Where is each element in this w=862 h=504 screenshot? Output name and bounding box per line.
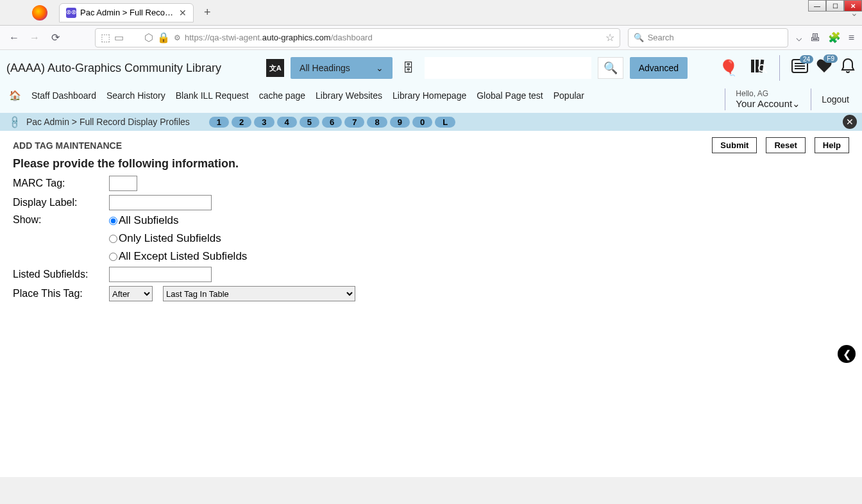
divider — [725, 88, 725, 110]
profile-pills: 1 2 3 4 5 6 7 8 9 0 L — [209, 117, 455, 128]
radio-all-subfields[interactable]: All Subfields — [109, 214, 247, 227]
balloon-icon[interactable]: 🎈 — [719, 59, 738, 77]
account-greeting: Hello, AG — [736, 89, 800, 98]
nav-popular[interactable]: Popular — [554, 90, 584, 101]
database-icon[interactable]: 🗄 — [399, 62, 418, 75]
label-display-label: Display Label: — [13, 197, 109, 208]
form-area: ADD TAG MAINTENANCE Submit Reset Help Pl… — [0, 131, 862, 477]
bookmark-outline-icon[interactable]: ⬚ — [101, 31, 110, 44]
firefox-logo-icon — [32, 5, 47, 21]
label-marc-tag: MARC Tag: — [13, 178, 109, 189]
nav-library-websites[interactable]: Library Websites — [316, 90, 382, 101]
new-tab-button[interactable]: + — [199, 6, 216, 19]
svg-rect-0 — [751, 60, 754, 72]
close-panel-icon[interactable]: ✕ — [843, 115, 857, 129]
nav-row: 🏠 Staff Dashboard Search History Blank I… — [0, 86, 712, 108]
submit-button[interactable]: Submit — [712, 137, 757, 153]
place-position-select[interactable]: After — [109, 286, 153, 301]
headings-label: All Headings — [300, 63, 350, 73]
svg-line-4 — [765, 71, 767, 73]
breadcrumb[interactable]: Pac Admin > Full Record Display Profiles — [26, 117, 190, 127]
favorites-button[interactable]: F9 — [816, 58, 832, 78]
extensions-icon[interactable]: 🧩 — [828, 31, 841, 44]
logout-link[interactable]: Logout — [822, 94, 849, 105]
window-maximize[interactable]: ☐ — [826, 0, 844, 12]
main-search-input[interactable] — [425, 57, 591, 79]
form-subtitle: Please provide the following information… — [13, 157, 849, 171]
collapse-panel-icon[interactable]: ❮ — [838, 345, 856, 363]
url-bar[interactable]: ⬚ ▭ ⬡ 🔒 ⚙ https://qa-stwi-agent.auto-gra… — [95, 28, 620, 47]
favorites-badge: F9 — [824, 55, 838, 63]
pill-l[interactable]: L — [435, 117, 455, 128]
reset-button[interactable]: Reset — [766, 137, 805, 153]
pocket-icon[interactable]: ⌵ — [796, 31, 802, 44]
advanced-search-button[interactable]: Advanced — [630, 57, 688, 79]
browser-tab-bar: ⦿⦿ Pac Admin > Full Record Displa ✕ + ⌄ — [0, 0, 862, 26]
shield-icon[interactable]: ⬡ — [144, 31, 153, 44]
tab-favicon-icon: ⦿⦿ — [66, 8, 76, 18]
listed-subfields-input[interactable] — [109, 267, 212, 282]
books-search-icon[interactable] — [750, 57, 768, 79]
nav-blank-ill[interactable]: Blank ILL Request — [176, 90, 249, 101]
search-button[interactable]: 🔍 — [598, 57, 623, 79]
app-header: (AAAA) Auto-Graphics Community Library 文… — [0, 50, 862, 86]
pill-2[interactable]: 2 — [232, 117, 251, 128]
bell-icon[interactable] — [840, 58, 856, 78]
permissions-icon[interactable]: ⚙ — [174, 33, 181, 42]
container-icon[interactable]: ▭ — [114, 31, 124, 44]
search-placeholder: Search — [648, 33, 674, 42]
pill-3[interactable]: 3 — [254, 117, 274, 128]
divider — [779, 55, 780, 81]
label-place-tag: Place This Tag: — [13, 288, 109, 299]
window-minimize[interactable]: — — [808, 0, 826, 12]
radio-only-listed[interactable]: Only Listed Subfields — [109, 232, 247, 245]
marc-tag-input[interactable] — [109, 176, 137, 191]
browser-search[interactable]: 🔍 Search — [628, 28, 788, 47]
place-target-select[interactable]: Last Tag In Table — [163, 286, 355, 301]
pill-5[interactable]: 5 — [300, 117, 319, 128]
label-show: Show: — [13, 214, 109, 226]
window-close[interactable]: ✕ — [844, 0, 862, 12]
url-text: https://qa-stwi-agent.auto-graphics.com/… — [185, 33, 602, 42]
star-icon[interactable]: ☆ — [605, 31, 614, 44]
reload-button[interactable]: ⟳ — [49, 31, 62, 44]
browser-toolbar: ← → ⟳ ⬚ ▭ ⬡ 🔒 ⚙ https://qa-stwi-agent.au… — [0, 26, 862, 50]
org-name: (AAAA) Auto-Graphics Community Library — [6, 62, 221, 75]
account-link[interactable]: Your Account⌄ — [736, 98, 800, 110]
pill-1[interactable]: 1 — [209, 117, 229, 128]
lock-icon[interactable]: 🔒 — [157, 31, 170, 44]
link-icon: 🔗 — [7, 114, 22, 129]
form-title: ADD TAG MAINTENANCE — [13, 140, 122, 151]
pill-6[interactable]: 6 — [322, 117, 342, 128]
svg-rect-1 — [756, 60, 759, 72]
help-button[interactable]: Help — [815, 137, 849, 153]
home-icon[interactable]: 🏠 — [9, 90, 21, 101]
pill-8[interactable]: 8 — [367, 117, 387, 128]
tab-close-icon[interactable]: ✕ — [179, 8, 187, 18]
tab-title: Pac Admin > Full Record Displa — [80, 8, 175, 17]
pill-0[interactable]: 0 — [412, 117, 432, 128]
lists-badge: 24 — [800, 55, 813, 63]
pill-9[interactable]: 9 — [390, 117, 410, 128]
back-button[interactable]: ← — [8, 31, 21, 44]
browser-tab[interactable]: ⦿⦿ Pac Admin > Full Record Displa ✕ — [59, 3, 194, 22]
breadcrumb-row: 🔗 Pac Admin > Full Record Display Profil… — [0, 113, 862, 131]
label-listed-subfields: Listed Subfields: — [13, 269, 109, 280]
radio-all-except[interactable]: All Except Listed Subfields — [109, 250, 247, 263]
lists-button[interactable]: 24 — [791, 59, 808, 77]
display-label-input[interactable] — [109, 195, 212, 210]
nav-staff-dashboard[interactable]: Staff Dashboard — [31, 90, 96, 101]
pill-7[interactable]: 7 — [344, 117, 364, 128]
pill-4[interactable]: 4 — [277, 117, 297, 128]
nav-search-history[interactable]: Search History — [106, 90, 165, 101]
account-block[interactable]: Hello, AG Your Account⌄ — [736, 89, 800, 110]
language-icon[interactable]: 文A — [266, 59, 284, 77]
nav-global-page-test[interactable]: Global Page test — [477, 90, 543, 101]
headings-dropdown[interactable]: All Headings ⌄ — [291, 57, 393, 79]
chevron-down-icon: ⌄ — [792, 98, 800, 109]
nav-library-homepage[interactable]: Library Homepage — [393, 90, 466, 101]
nav-cache-page[interactable]: cache page — [259, 90, 305, 101]
divider — [811, 88, 811, 110]
print-icon[interactable]: 🖶 — [810, 32, 820, 44]
menu-icon[interactable]: ≡ — [849, 32, 854, 44]
